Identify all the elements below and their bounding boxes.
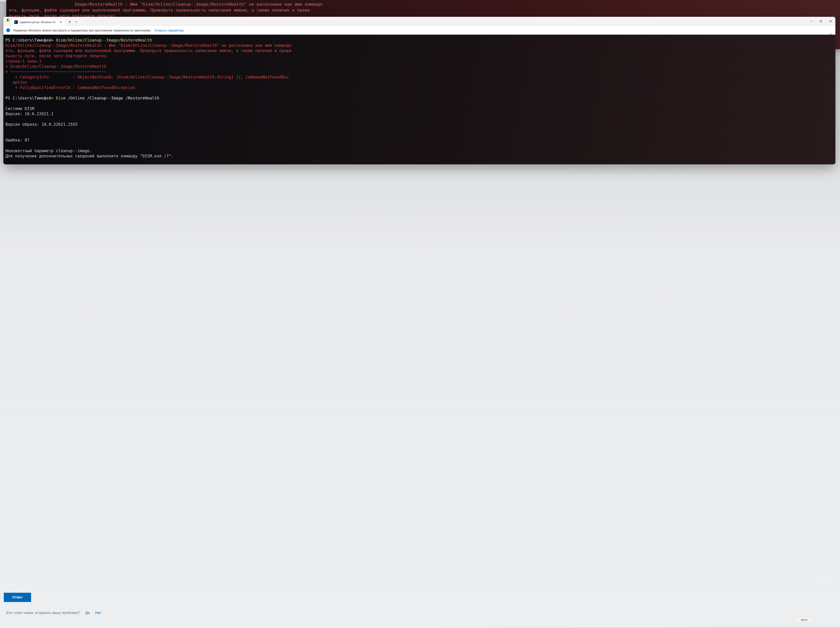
tab-close-button[interactable]	[59, 20, 63, 24]
maximize-icon	[820, 20, 822, 22]
alice-badge[interactable]: Alice	[795, 617, 813, 623]
answer-button-label: Ответ	[12, 595, 22, 600]
titlebar[interactable]: >_ Администратор: Windows Pc	[3, 17, 835, 25]
alice-label: Alice	[801, 618, 807, 622]
feedback-yes-label: Да	[85, 611, 90, 615]
terminal-body[interactable]: PS C:\Users\Тимофей> Dism/Online/Cleanup…	[3, 35, 835, 164]
maximize-button[interactable]	[816, 17, 826, 25]
answer-button[interactable]: Ответ	[4, 593, 31, 602]
feedback-no-label: Нет	[95, 611, 101, 615]
terminal-window: >_ Администратор: Windows Pc i Терминал …	[3, 17, 835, 164]
tab-active[interactable]: >_ Администратор: Windows Pc	[13, 19, 65, 25]
feedback-row: Этот ответ помог устранить вашу проблему…	[5, 611, 101, 615]
chevron-down-icon	[75, 20, 78, 23]
prompt-2: PS C:\Users\Тимофей>	[5, 96, 56, 100]
tab-title: Администратор: Windows Pc	[19, 20, 57, 24]
svg-rect-0	[820, 20, 822, 22]
feedback-yes-link[interactable]: Да	[85, 611, 90, 615]
open-settings-link[interactable]: Открыть параметры	[155, 28, 184, 32]
info-icon: i	[6, 28, 10, 32]
uac-shield-icon	[6, 18, 10, 22]
feedback-no-link[interactable]: Нет	[95, 611, 101, 615]
prompt-1: PS C:\Users\Тимофей>	[5, 38, 56, 42]
command-2a: Dism	[56, 96, 68, 100]
tab-dropdown-button[interactable]	[74, 19, 79, 25]
powershell-icon: >_	[14, 20, 18, 24]
minimize-icon	[810, 20, 813, 22]
info-bar-text: Терминал Windows можно настроить в парам…	[13, 28, 152, 32]
dism-output: Система DISM Версия: 10.0.22621.1 Версия…	[5, 106, 174, 164]
plus-icon	[68, 20, 71, 23]
open-settings-label: Открыть параметры	[155, 28, 184, 32]
minimize-button[interactable]	[807, 17, 816, 25]
new-tab-button[interactable]	[66, 19, 73, 25]
close-icon	[60, 21, 62, 23]
feedback-question: Этот ответ помог устранить вашу проблему…	[5, 611, 80, 615]
close-icon	[829, 20, 832, 22]
info-bar: i Терминал Windows можно настроить в пар…	[3, 25, 835, 35]
command-2b: /Online /Cleanup--Image /RestoreHealth	[68, 96, 159, 100]
command-1: Dism/Online/Cleanup--Image/RestoreHealth	[56, 38, 152, 42]
error-output: Dism/Online/Cleanup--Image/RestoreHealth…	[5, 43, 291, 90]
window-close-button[interactable]	[826, 17, 835, 25]
